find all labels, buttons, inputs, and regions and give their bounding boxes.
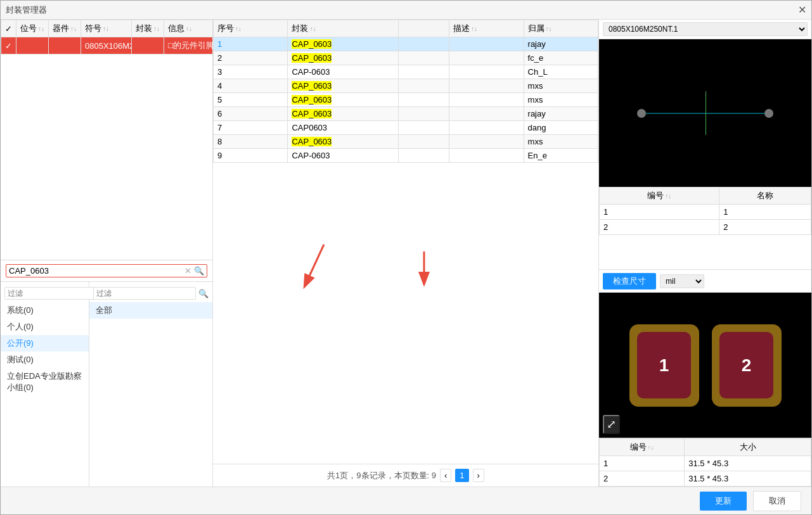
pin-num-1: 1 [600,205,719,220]
pin-table: 编号↑↓ 名称 1 1 2 2 [599,187,811,269]
pkg-row-pkg: CAP-0603 [288,65,399,79]
cancel-button[interactable]: 取消 [753,491,801,511]
pkg-table-row[interactable]: 6CAP_0603rajay [214,107,598,121]
current-page-button[interactable]: 1 [455,469,468,482]
col-num: 序号↑↓ [214,20,288,37]
pkg-row-num: 4 [214,79,288,93]
pad-preview: ⤢ 1 2 [599,293,811,438]
pkg-row-arrow [399,37,449,51]
pad-inner-1: 1 [637,332,691,398]
pkg-table-row[interactable]: 2CAP_0603fc_e [214,51,598,65]
pkg-row-num: 1 [214,37,288,51]
size-num-1: 1 [600,456,685,471]
zoom-button[interactable]: ⤢ [603,415,620,434]
pkg-row-arrow [399,79,449,93]
right-panel: 0805X106M250NT.1 编号↑↓ [599,20,811,486]
pkg-table-row[interactable]: 7CAP0603dang [214,121,598,135]
pad-num-1: 1 [659,355,669,376]
unit-select[interactable]: mil mm [660,274,704,288]
filter-public[interactable]: 公开(9) [1,335,89,352]
pkg-row-arrow [399,65,449,79]
filter-area: 🔍 系统(0) 个人(0) 公开(9) 测试(0) 立创EDA专业版勘察小组(0… [1,282,212,486]
size-row: 2 31.5 * 45.3 [600,471,811,486]
pkg-row-owner: rajay [524,107,598,121]
size-value-2: 31.5 * 45.3 [685,471,811,486]
size-table: 编号↑↓ 大小 1 31.5 * 45.3 2 31.5 * 45. [599,438,811,486]
pkg-row-owner: En_e [524,149,598,163]
filter-system[interactable]: 系统(0) [1,302,89,319]
row-checkbox[interactable]: ✓ [1,37,16,54]
filter-all[interactable]: 全部 [89,302,212,319]
pkg-row-num: 9 [214,149,288,163]
row-device [49,37,81,54]
col-symbol: 符号↑↓ [81,20,132,37]
col-pkg: 封装↑↓ [288,20,399,37]
preview-top: 0805X106M250NT.1 编号↑↓ [599,20,811,270]
title-bar: 封装管理器 ✕ [1,1,811,20]
canvas-content [599,39,811,187]
next-page-button[interactable]: › [473,469,484,482]
pkg-row-owner: fc_e [524,51,598,65]
pkg-table-row[interactable]: 9CAP-0603En_e [214,149,598,163]
pin-row: 1 1 [600,205,811,220]
col-owner: 归属↑↓ [524,20,598,37]
pkg-row-desc [449,51,524,65]
pkg-row-num: 6 [214,107,288,121]
pkg-row-pkg: CAP0603 [288,121,399,135]
pkg-row-pkg: CAP_0603 [288,107,399,121]
pkg-row-desc [449,135,524,149]
col-package: 封装↑↓ [132,20,164,37]
prev-page-button[interactable]: ‹ [440,469,451,482]
search-input-wrap: ✕ 🔍 [6,264,207,277]
pkg-row-num: 8 [214,135,288,149]
pkg-table-row[interactable]: 4CAP_0603mxs [214,79,598,93]
pin-col-name: 名称 [719,188,811,205]
pad-num-2: 2 [742,355,752,376]
pkg-row-desc [449,93,524,107]
schematic-preview [599,39,811,187]
pad-2: 2 [712,324,782,407]
update-button[interactable]: 更新 [700,492,747,511]
preview-header: 0805X106M250NT.1 [599,20,811,39]
pkg-row-desc [449,65,524,79]
pkg-row-arrow [399,93,449,107]
pin-dot-left [637,109,646,118]
col-checkbox: ✓ [1,20,16,37]
pkg-row-num: 3 [214,65,288,79]
pkg-table-row[interactable]: 5CAP_0603mxs [214,93,598,107]
main-window: 封装管理器 ✕ ✓ 位号↑↓ 器件↑↓ 符号↑↓ 封装↑↓ 信息↑↓ [0,0,812,515]
clear-icon[interactable]: ✕ [184,266,191,276]
pkg-table-row[interactable]: 1CAP_0603rajay [214,37,598,51]
filter-right-input[interactable] [93,287,196,300]
pkg-row-owner: mxs [524,79,598,93]
pkg-table-row[interactable]: 3CAP-0603Ch_L [214,65,598,79]
filter-test[interactable]: 测试(0) [1,352,89,368]
package-table: 序号↑↓ 封装↑↓ 描述↑↓ 归属↑↓ [213,20,598,464]
row-position [16,37,49,54]
pkg-row-desc [449,107,524,121]
table-row[interactable]: ✓ 0805X106M250NT_C669 □的元件引脚编号与关联的封装... [1,37,213,54]
col-position: 位号↑↓ [16,20,49,37]
preview-select[interactable]: 0805X106M250NT.1 [603,22,808,36]
col-device: 器件↑↓ [49,20,81,37]
check-size-button[interactable]: 检查尺寸 [603,273,656,289]
search-icon[interactable]: 🔍 [194,266,204,276]
arrow-annotation [405,248,456,286]
preview-bottom: 检查尺寸 mil mm ⤢ 1 [599,270,811,486]
search-input[interactable] [9,266,184,276]
filter-group[interactable]: 立创EDA专业版勘察小组(0) [1,368,89,396]
filter-right-search-icon[interactable]: 🔍 [198,289,209,298]
filter-right-panel: 🔍 全部 [89,282,212,486]
pkg-table-row[interactable]: 8CAP_0603mxs [214,135,598,149]
pkg-row-num: 2 [214,51,288,65]
cross-vertical [706,91,706,136]
filter-personal[interactable]: 个人(0) [1,319,89,335]
size-col-size: 大小 [685,439,811,456]
pkg-row-pkg: CAP_0603 [288,51,399,65]
pin-dot-right [764,109,773,118]
pkg-row-desc [449,79,524,93]
pin-num-2: 2 [600,220,719,235]
pin-col-num: 编号↑↓ [600,188,719,205]
close-button[interactable]: ✕ [798,4,806,16]
size-num-2: 2 [600,471,685,486]
